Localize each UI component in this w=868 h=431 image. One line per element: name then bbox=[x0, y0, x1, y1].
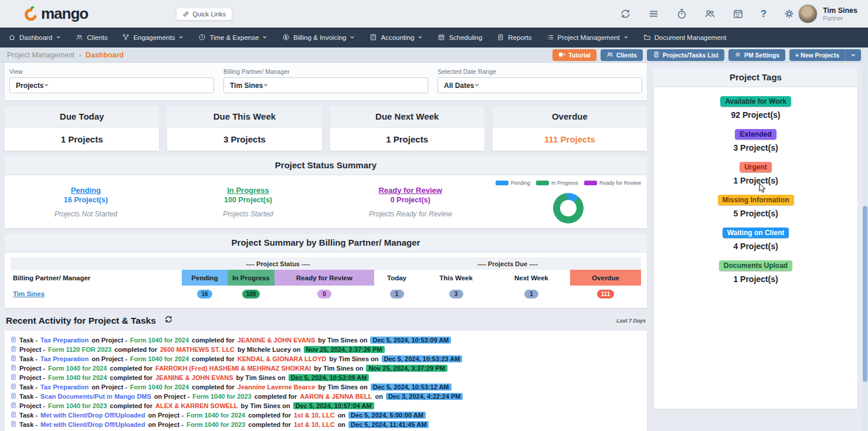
tag-badge-documents-upload[interactable]: Documents Upload bbox=[719, 260, 792, 271]
client-link[interactable]: KENDAL & GIONARA LLOYD bbox=[238, 355, 327, 362]
filter-select-billing-partner-manager[interactable]: Tim Sines bbox=[223, 77, 428, 93]
client-link[interactable]: JEANINE & JOHN EVANS bbox=[155, 374, 233, 381]
nav-item-billing-invoicing[interactable]: $Billing & Invoicing bbox=[282, 33, 355, 42]
users-icon[interactable] bbox=[704, 8, 716, 20]
menu-icon[interactable] bbox=[648, 8, 660, 20]
task-link[interactable]: Met with Client/Drop Off/Uploaded bbox=[40, 421, 145, 428]
due-card-due-next-week[interactable]: Due Next Week1 Projects bbox=[330, 106, 484, 151]
status-link-ready-for-review[interactable]: Ready for Review bbox=[329, 186, 491, 195]
pm-settings-button[interactable]: PM Settings bbox=[728, 49, 785, 61]
timestamp-badge[interactable]: Dec 5, 2024, 10:53:23 AM bbox=[382, 355, 463, 362]
task-link[interactable]: Met with Client/Drop Off/Uploaded bbox=[40, 412, 145, 419]
filter-select-selected-date-range[interactable]: All Dates bbox=[438, 77, 642, 93]
timestamp-badge[interactable]: Dec 5, 2024, 10:53:12 AM bbox=[371, 384, 452, 391]
status-link-pending[interactable]: Pending bbox=[5, 186, 167, 195]
task-link[interactable]: Scan Documents/Put in Mango DMS bbox=[40, 393, 151, 400]
clients-button[interactable]: Clients bbox=[601, 49, 643, 61]
help-icon[interactable]: ? bbox=[761, 8, 767, 20]
task-link[interactable]: Tax Preparation bbox=[40, 337, 89, 344]
nav-item-project-management[interactable]: Project Management bbox=[547, 33, 629, 42]
client-link[interactable]: ALEX & KARREN SOWELL bbox=[155, 402, 238, 409]
client-link[interactable]: 1st & 10, LLC bbox=[294, 412, 335, 419]
activity-row: Project - Form 1040 for 2023 completed f… bbox=[11, 401, 645, 410]
project-link[interactable]: Form 1040 for 2024 bbox=[130, 337, 189, 344]
due-card-overdue[interactable]: Overdue111 Projects bbox=[493, 106, 647, 151]
client-link[interactable]: FARROKH (Fred) HASHEMI & MEHRNAZ SHOKRAI bbox=[155, 365, 311, 372]
due-card-due-this-week[interactable]: Due This Week3 Projects bbox=[167, 106, 321, 151]
stopwatch-icon[interactable] bbox=[676, 8, 688, 20]
timestamp-badge[interactable]: Nov 25, 2024, 3:37:29 PM bbox=[366, 365, 447, 372]
calendar-icon[interactable] bbox=[733, 8, 744, 20]
project-link[interactable]: Form 1040 for 2023 bbox=[48, 402, 107, 409]
task-link[interactable]: Tax Preparation bbox=[40, 384, 89, 391]
group-spacer bbox=[11, 257, 182, 270]
chevron-down-icon[interactable] bbox=[845, 49, 861, 61]
client-link[interactable]: JEANINE & JOHN EVANS bbox=[238, 337, 315, 344]
nav-item-accounting[interactable]: Accounting bbox=[369, 33, 423, 42]
project-link[interactable]: Form 1040 for 2024 bbox=[48, 365, 107, 372]
project-link[interactable]: Form 1120 FOR 2023 bbox=[48, 346, 111, 353]
vertical-scrollbar[interactable] bbox=[863, 47, 867, 431]
project-link[interactable]: Form 1040 for 2024 bbox=[130, 384, 189, 391]
project-link[interactable]: Form 1040 for 2024 bbox=[187, 412, 245, 419]
sync-icon[interactable] bbox=[620, 8, 632, 20]
user-menu[interactable]: Tim Sines Partner bbox=[798, 4, 857, 23]
status-link-in-progress[interactable]: In Progress bbox=[167, 186, 330, 195]
project-link[interactable]: Form 1040 for 2024 bbox=[48, 374, 107, 381]
client-link[interactable]: Jeannine Laverne Bearce bbox=[238, 384, 316, 391]
tag-badge-available-for-work[interactable]: Available for Work bbox=[720, 96, 791, 107]
tag-badge-urgent[interactable]: Urgent bbox=[740, 162, 772, 172]
partner-link[interactable]: Tim Sines bbox=[13, 290, 45, 297]
new-projects-button[interactable]: + New Projects bbox=[789, 49, 845, 61]
avatar[interactable] bbox=[798, 4, 818, 23]
new-projects-split-button: + New Projects bbox=[789, 49, 861, 61]
tag-badge-extended[interactable]: Extended bbox=[735, 129, 776, 140]
client-link[interactable]: AARON & JENNA BELL bbox=[300, 393, 372, 400]
nav-item-scheduling[interactable]: Scheduling bbox=[438, 33, 482, 42]
activity-row: Task - Tax Preparation on Project - Form… bbox=[11, 354, 645, 364]
timestamp-badge[interactable]: Dec 5, 2024, 10:57:04 AM bbox=[293, 402, 374, 409]
timestamp-badge[interactable]: Dec 5, 2024, 10:53:09 AM bbox=[289, 374, 369, 381]
count-pill-ready-for-review[interactable]: 0 bbox=[317, 290, 331, 298]
client-link[interactable]: 1st & 10, LLC bbox=[294, 421, 335, 428]
count-cell-this-week: 3 bbox=[419, 286, 493, 302]
breadcrumb-parent[interactable]: Project Management bbox=[7, 51, 74, 59]
projects-tasks-list-button[interactable]: Projects/Tasks List bbox=[647, 49, 724, 61]
timestamp-badge[interactable]: Dec 5, 2024, 5:00:00 AM bbox=[348, 412, 426, 419]
client-link[interactable]: 2600 MATHEWS ST. LLC bbox=[160, 346, 235, 353]
nav-item-reports[interactable]: Reports bbox=[497, 33, 531, 42]
timestamp-badge[interactable]: Dec 5, 2024, 11:41:45 AM bbox=[348, 421, 429, 428]
timestamp-badge[interactable]: Dec 5, 2024, 10:53:09 AM bbox=[370, 337, 451, 344]
tutorial-button[interactable]: Tutorial bbox=[552, 49, 596, 61]
count-pill-next-week[interactable]: 1 bbox=[524, 290, 538, 298]
project-link[interactable]: Form 1040 for 2023 bbox=[192, 393, 251, 400]
tag-badge-missing-information[interactable]: Missing Information bbox=[718, 195, 794, 205]
mango-logo[interactable]: mango bbox=[23, 5, 88, 23]
nav-item-time-expense[interactable]: Time & Expense bbox=[198, 33, 267, 42]
count-pill-overdue[interactable]: 111 bbox=[597, 290, 615, 298]
count-pill-today[interactable]: 1 bbox=[390, 290, 404, 298]
count-pill-pending[interactable]: 16 bbox=[197, 290, 212, 298]
nav-item-document-management[interactable]: Document Management bbox=[643, 33, 727, 42]
nav-item-engagements[interactable]: Engagements bbox=[122, 33, 184, 42]
activity-text: on Project - bbox=[91, 355, 127, 362]
project-link[interactable]: Form 1040 for 2023 bbox=[187, 421, 245, 428]
tag-badge-waiting-on-client[interactable]: Waiting on Client bbox=[723, 228, 789, 238]
nav-item-clients[interactable]: Clients bbox=[76, 33, 107, 42]
filter-select-view[interactable]: Projects bbox=[9, 77, 214, 93]
timestamp-badge[interactable]: Nov 25, 2024, 3:37:26 PM bbox=[304, 346, 385, 353]
scrollbar-thumb[interactable] bbox=[863, 206, 867, 382]
count-cell-today: 1 bbox=[374, 286, 419, 302]
quick-links-button[interactable]: Quick Links bbox=[176, 8, 232, 21]
timestamp-badge[interactable]: Dec 3, 2024, 4:22:24 PM bbox=[386, 393, 463, 400]
nav-item-dashboard[interactable]: Dashboard bbox=[8, 33, 61, 42]
count-pill-in-progress[interactable]: 100 bbox=[242, 290, 260, 298]
gear-icon[interactable] bbox=[783, 8, 795, 20]
activity-text: completed for bbox=[248, 412, 291, 419]
refresh-icon[interactable] bbox=[164, 315, 173, 326]
count-pill-this-week[interactable]: 3 bbox=[449, 290, 463, 298]
breadcrumb-bar: Project Management › Dashboard TutorialC… bbox=[0, 47, 868, 63]
project-link[interactable]: Form 1040 for 2024 bbox=[130, 355, 189, 362]
due-card-due-today[interactable]: Due Today1 Projects bbox=[5, 106, 159, 151]
task-link[interactable]: Tax Preparation bbox=[40, 355, 89, 362]
